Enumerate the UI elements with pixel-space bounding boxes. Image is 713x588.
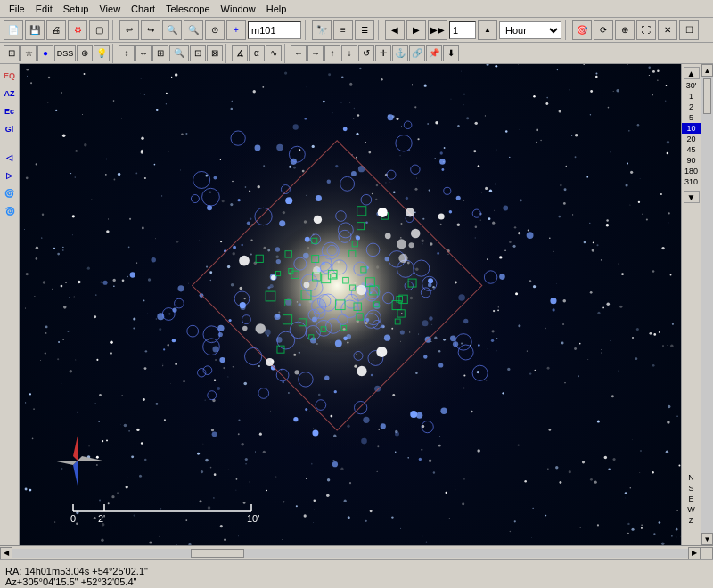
sky-chart-canvas[interactable] [20,64,681,545]
goto-button[interactable]: ⊕ [615,20,635,40]
tb2-move1[interactable]: ← [291,45,307,61]
redo-button[interactable]: ↪ [141,20,160,40]
menu-help[interactable]: Help [261,2,292,16]
hour-select[interactable]: Hour Degree Radian [499,21,561,39]
find-button[interactable]: 🔭 [312,20,332,40]
new-button[interactable]: 📄 [4,20,23,40]
tb2-btn4[interactable]: ⊕ [77,45,93,61]
hscroll-corner[interactable] [701,547,713,559]
tb2-angle[interactable]: ∡ [232,45,248,61]
prev-button[interactable]: ◀ [385,20,405,40]
zoom-20[interactable]: 20 [686,134,695,144]
gl-button[interactable]: Gl [2,121,18,137]
tb2-btn8[interactable]: ⊞ [152,45,168,61]
zoom-in-button[interactable]: 🔍 [162,20,182,40]
hscroll-track[interactable] [12,549,688,558]
tb2-move2[interactable]: → [307,45,324,61]
track-button[interactable]: 🎯 [572,20,592,40]
target-input[interactable] [248,21,301,39]
compass-w[interactable]: W [687,504,695,515]
left-arrow[interactable]: ◁ [2,150,18,166]
zoom-90[interactable]: 90 [686,155,695,166]
menu-window[interactable]: Window [216,2,261,16]
zoom-180[interactable]: 180 [684,166,698,176]
next-button[interactable]: ▶▶ [428,20,447,40]
tb2-cross[interactable]: ✛ [375,45,391,61]
step-up[interactable]: ▲ [478,20,497,40]
restore-button[interactable]: ☐ [679,20,699,40]
tb2-btn10[interactable]: ⊠ [207,45,223,61]
vertical-scrollbar[interactable]: ▲ ▼ [701,64,713,545]
tb2-download[interactable]: ⬇ [443,45,459,61]
extra-button[interactable]: ⛶ [636,20,656,40]
menu-telescope[interactable]: Telescope [160,2,216,16]
undo-button[interactable]: ↩ [119,20,139,40]
zoom-10[interactable]: 10 [682,123,701,134]
hscroll-thumb[interactable] [191,549,244,558]
chart-area[interactable] [20,64,681,545]
eq-button[interactable]: EQ [2,68,18,84]
play-button[interactable]: ▶ [406,20,426,40]
window-button[interactable]: ▢ [89,20,109,40]
tb2-anchor[interactable]: ⚓ [392,45,408,61]
zoom-30arcmin[interactable]: 30' [686,80,697,91]
settings-button[interactable]: ⚙ [68,20,87,40]
tb2-btn9[interactable]: ⊡ [190,45,206,61]
tb2-btn1[interactable]: ⊡ [4,45,20,61]
tb2-magnify[interactable]: 🔍 [169,45,189,61]
scroll-up-btn[interactable]: ▲ [684,67,700,79]
zoom-5[interactable]: 5 [689,112,693,123]
tb2-link[interactable]: 🔗 [409,45,425,61]
tb2-pin[interactable]: 📌 [426,45,442,61]
sync-button[interactable]: ⟳ [594,20,613,40]
zoom-310[interactable]: 310 [684,176,698,187]
tb2-btn3[interactable]: ● [37,45,53,61]
statusbar: RA: 14h01m53.04s +54°25'02.1" Az+305°04'… [0,559,713,588]
zoom-reset-button[interactable]: ⊙ [205,20,225,40]
right-arrow[interactable]: ▷ [2,167,18,184]
crosshair-button[interactable]: + [226,20,246,40]
compass-s[interactable]: S [688,483,693,494]
catalog-button[interactable]: ≡ [333,20,353,40]
zoom-out-button[interactable]: 🔍 [184,20,203,40]
scroll-down-btn[interactable]: ▼ [684,191,700,203]
tb2-btn5[interactable]: 💡 [94,45,110,61]
menu-file[interactable]: File [4,2,30,16]
menu-edit[interactable]: Edit [30,2,58,16]
compass-e[interactable]: E [688,494,693,504]
hscroll-right[interactable]: ▶ [688,547,701,559]
spiral1[interactable]: 🌀 [2,185,18,201]
menu-view[interactable]: View [94,2,126,16]
tb2-alpha[interactable]: α [249,45,265,61]
tb2-btn7[interactable]: ↔ [135,45,152,61]
zoom-2[interactable]: 2 [689,102,693,112]
ec-button[interactable]: Ec [2,103,18,119]
tb2-btn6[interactable]: ↕ [119,45,135,61]
close2-button[interactable]: ✕ [658,20,677,40]
compass-n[interactable]: N [688,472,694,483]
print-button[interactable]: 🖨 [46,20,66,40]
vscroll-up[interactable]: ▲ [701,64,713,77]
zoom-45[interactable]: 45 [686,144,695,155]
right-sidebar: ▲ 30' 1 2 5 10 20 45 90 180 310 ▼ N S E … [681,64,701,545]
tb2-btn2[interactable]: ☆ [20,45,37,61]
horizontal-scrollbar[interactable]: ◀ ▶ [0,545,713,559]
dss-button[interactable]: DSS [54,45,76,61]
az-button[interactable]: AZ [2,86,18,102]
tb2-move3[interactable]: ↑ [324,45,340,61]
tb2-wave[interactable]: ∿ [266,45,282,61]
zoom-1[interactable]: 1 [689,91,693,102]
vscroll-down[interactable]: ▼ [701,533,713,545]
vscroll-thumb[interactable] [703,78,711,114]
vscroll-track[interactable] [701,77,713,533]
list-button[interactable]: ≣ [355,20,374,40]
menu-chart[interactable]: Chart [126,2,160,16]
step-input[interactable] [449,21,476,39]
menu-setup[interactable]: Setup [58,2,94,16]
hscroll-left[interactable]: ◀ [0,547,12,559]
tb2-rot1[interactable]: ↺ [358,45,374,61]
save-button[interactable]: 💾 [25,20,45,40]
tb2-move4[interactable]: ↓ [341,45,357,61]
compass-z[interactable]: Z [689,515,694,526]
spiral2[interactable]: 🌀 [2,203,18,219]
